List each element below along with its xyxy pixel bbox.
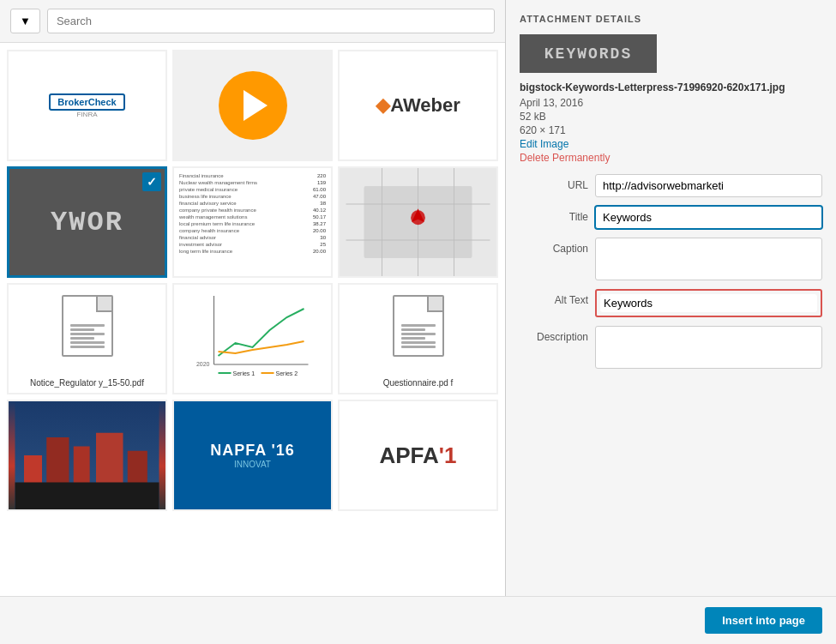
caption-field-row: Caption <box>520 238 822 280</box>
attachment-details-title: ATTACHMENT DETAILS <box>520 14 822 24</box>
url-field-row: URL <box>520 174 822 197</box>
media-grid-wrapper[interactable]: BrokerCheck FINRA ◆ AWeber <box>0 43 505 596</box>
notice-pdf-label: Notice_Regulator y_15-50.pdf <box>9 376 165 389</box>
description-input[interactable] <box>595 326 822 369</box>
url-label: URL <box>520 174 588 191</box>
media-item-orange-video[interactable] <box>172 50 333 161</box>
broker-check-image: BrokerCheck FINRA <box>9 51 165 159</box>
filter-dropdown[interactable]: ▼ <box>10 9 40 33</box>
media-item-aweber[interactable]: ◆ AWeber <box>338 50 498 161</box>
media-item-notice-pdf[interactable]: Notice_Regulator y_15-50.pdf <box>7 283 167 394</box>
edit-image-link[interactable]: Edit Image <box>520 138 822 150</box>
media-item-keywords[interactable]: YWOR ✓ <box>7 166 167 278</box>
media-item-apfa[interactable]: APFA '1 <box>338 400 498 511</box>
media-item-questionnaire-pdf[interactable]: Questionnaire.pd f <box>338 283 498 394</box>
alt-text-highlight-wrapper <box>595 289 822 317</box>
city-image <box>9 401 165 509</box>
search-input[interactable] <box>47 9 495 33</box>
attachment-date: April 13, 2016 <box>520 97 822 109</box>
attachment-details-panel: ATTACHMENT DETAILS KEYWORDS bigstock-Key… <box>506 0 836 596</box>
orange-video-image <box>219 71 287 140</box>
attachment-dimensions: 620 × 171 <box>520 124 822 136</box>
svg-rect-23 <box>15 483 159 510</box>
attachment-filename: bigstock-Keywords-Letterpress-71996920-6… <box>520 81 822 93</box>
keywords-image: YWOR <box>9 169 165 275</box>
media-item-chart[interactable]: 2020 Series 1 Series 2 <box>172 283 333 394</box>
play-icon <box>244 90 268 121</box>
media-item-map[interactable] <box>338 166 498 278</box>
media-item-broker-check[interactable]: BrokerCheck FINRA <box>7 50 167 161</box>
map-image <box>340 168 496 276</box>
selected-checkmark: ✓ <box>142 172 161 191</box>
description-field-row: Description <box>520 326 822 369</box>
svg-text:Series 2: Series 2 <box>276 370 298 376</box>
media-item-city[interactable] <box>7 400 167 511</box>
description-label: Description <box>520 326 588 343</box>
aweber-image: ◆ AWeber <box>340 51 496 159</box>
alt-text-label: Alt Text <box>520 289 588 306</box>
svg-text:Series 1: Series 1 <box>233 370 256 376</box>
title-label: Title <box>520 206 588 223</box>
footer: Insert into page <box>0 596 836 644</box>
dropdown-arrow-icon: ▼ <box>20 15 31 27</box>
text-list-image: Financial insurance220 Nuclear wealth ma… <box>174 168 331 276</box>
caption-input[interactable] <box>595 238 822 280</box>
thumbnail-text: KEYWORDS <box>544 45 632 63</box>
attachment-filesize: 52 kB <box>520 111 822 123</box>
document-icon <box>62 295 113 357</box>
svg-text:2020: 2020 <box>196 361 210 367</box>
chart-image: 2020 Series 1 Series 2 <box>174 285 331 393</box>
media-library-panel: ▼ BrokerCheck FINRA <box>0 0 506 596</box>
delete-permanently-link[interactable]: Delete Permanently <box>520 152 822 164</box>
attachment-thumbnail: KEYWORDS <box>520 34 657 73</box>
media-toolbar: ▼ <box>0 0 505 43</box>
questionnaire-pdf-label: Questionnaire.pd f <box>340 376 496 389</box>
insert-into-page-button[interactable]: Insert into page <box>705 607 822 634</box>
title-input[interactable] <box>595 206 822 229</box>
alt-text-field-row: Alt Text <box>520 289 822 317</box>
media-item-napfa[interactable]: NAPFA '16 INNOVAT <box>172 400 333 511</box>
caption-label: Caption <box>520 238 588 255</box>
questionnaire-doc-icon <box>393 295 444 357</box>
url-input[interactable] <box>595 174 822 197</box>
media-item-text-list[interactable]: Financial insurance220 Nuclear wealth ma… <box>172 166 333 278</box>
media-grid: BrokerCheck FINRA ◆ AWeber <box>7 50 498 511</box>
alt-text-input[interactable] <box>600 294 817 312</box>
title-field-row: Title <box>520 206 822 229</box>
